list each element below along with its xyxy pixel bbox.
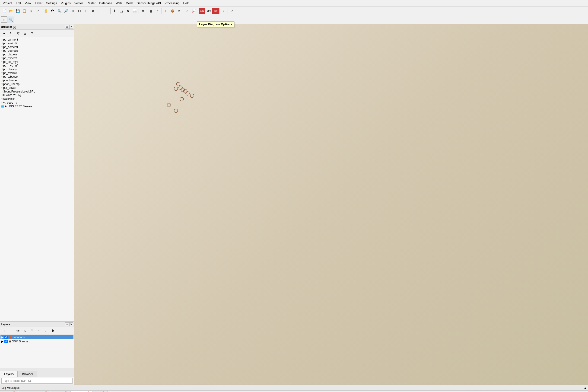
layers-move-up-btn[interactable]: ↑	[36, 328, 42, 334]
map-point[interactable]	[174, 87, 178, 91]
browser-help-btn[interactable]: ?	[29, 30, 35, 37]
browser-tree-item[interactable]: 𝒱pp_myo_inf	[0, 64, 73, 68]
layers-add-btn[interactable]: +	[1, 328, 7, 334]
browser-collapse-btn[interactable]: ▲	[22, 30, 28, 37]
layers-close-btn[interactable]: ✕	[69, 322, 73, 326]
layers-show-btn[interactable]: 👁	[15, 328, 21, 334]
menu-mesh[interactable]: Mesh	[124, 1, 135, 5]
menu-edit[interactable]: Edit	[14, 1, 23, 5]
browser-tree-item[interactable]: 𝒱pp_overwei	[0, 71, 73, 75]
map-point[interactable]	[167, 103, 171, 107]
menu-raster[interactable]: Raster	[85, 1, 97, 5]
menu-project[interactable]: Project	[1, 1, 14, 5]
map-point[interactable]	[180, 97, 184, 101]
pan-map-btn[interactable]: 🗺	[49, 8, 56, 14]
menu-layer[interactable]: Layer	[33, 1, 44, 5]
browser-filter-btn[interactable]: ▽	[15, 30, 21, 37]
zoom-out-btn[interactable]: 🔎	[63, 8, 69, 14]
menu-processing[interactable]: Processing	[163, 1, 181, 5]
browser-close-btn[interactable]: ✕	[69, 25, 73, 29]
browser-tree-item[interactable]: 𝒱pp_dementi	[0, 45, 73, 49]
field-calc-btn[interactable]: Σ	[184, 8, 190, 14]
layers-move-top-btn[interactable]: ⤒	[29, 328, 35, 334]
browser-refresh-btn[interactable]: ↻	[8, 30, 14, 37]
label3-btn[interactable]: abc	[212, 8, 219, 14]
browser-tree-item[interactable]: 𝒱SoundPressureLevel.SPL	[0, 90, 73, 94]
tab-browser[interactable]: Browser	[18, 371, 37, 377]
zoom-next-btn[interactable]: ⟶	[103, 8, 110, 14]
menu-web[interactable]: Web	[114, 1, 124, 5]
digitize-btn[interactable]: ✏	[176, 8, 182, 14]
layer-checkbox[interactable]	[4, 336, 8, 339]
browser-restore-btn[interactable]: □	[65, 25, 69, 29]
label2-btn[interactable]: abc	[206, 8, 212, 14]
layer-expand-icon[interactable]: ▶	[1, 336, 3, 339]
zoom-layer-btn[interactable]: ⊡	[76, 8, 83, 14]
zoom-last-btn[interactable]: ⟵	[96, 8, 103, 14]
stats-btn[interactable]: 📈	[191, 8, 197, 14]
browser-tree-item[interactable]: 𝒱yt_peop_ra	[0, 101, 73, 104]
map-point[interactable]	[185, 91, 190, 96]
browser-tree-item[interactable]: 𝒱pp_an_ne_t	[0, 38, 73, 42]
pan-btn[interactable]: ✋	[43, 8, 49, 14]
browser-tree-item[interactable]: 𝒱pp_tobacco	[0, 75, 73, 78]
menu-sensorthings[interactable]: SensorThings API	[135, 1, 163, 5]
browser-tree-item[interactable]: 𝒱pp_obesity	[0, 68, 73, 71]
log-collapse-btn[interactable]: ▲	[584, 386, 587, 390]
menu-vector[interactable]: Vector	[72, 1, 85, 5]
browser-add-btn[interactable]: +	[1, 30, 7, 37]
layer-search-btn[interactable]: 🔍	[8, 16, 14, 23]
map-point[interactable]	[190, 94, 194, 98]
layer-item[interactable]: ▶⊞OSM Standard	[0, 340, 73, 344]
menu-settings[interactable]: Settings	[44, 1, 59, 5]
zoom-in-btn[interactable]: 🔍	[56, 8, 62, 14]
layers-filter-btn[interactable]: ▽	[22, 328, 28, 334]
layer-item[interactable]: ▶Locations	[0, 335, 73, 340]
layer-diagram-btn[interactable]: ⊞	[1, 16, 7, 23]
select-by-location-btn[interactable]: ▦	[148, 8, 154, 14]
open-project-btn[interactable]: 📂	[8, 8, 14, 14]
tab-layers[interactable]: Layers	[0, 371, 17, 377]
zoom-native-btn[interactable]: ⊠	[90, 8, 96, 14]
open-attr-btn[interactable]: 📊	[131, 8, 138, 14]
browser-tree-item[interactable]: 𝒱pp_isc_myo	[0, 60, 73, 64]
identify-btn[interactable]: ℹ	[111, 8, 118, 14]
log-tab-general[interactable]: General✕	[51, 390, 70, 392]
log-tab-plugins[interactable]: Plugins✕	[0, 390, 18, 392]
browser-tree-item[interactable]: 𝒱pp_depress	[0, 49, 73, 52]
locate-input[interactable]	[1, 378, 72, 384]
browser-tree-item[interactable]: 🌐ArcGIS REST Servers	[0, 104, 73, 108]
log-tab-frost[interactable]: frost✕	[93, 390, 107, 392]
save-as-btn[interactable]: 📋	[21, 8, 27, 14]
browser-tree-item[interactable]: 𝒱pp_anxi_di	[0, 42, 73, 45]
layer-checkbox[interactable]	[4, 340, 8, 343]
log-tab-messages[interactable]: Messages✕	[70, 390, 92, 392]
menu-database[interactable]: Database	[97, 1, 114, 5]
browser-tree-item[interactable]: 𝒱tl_rd22_26_bg	[0, 94, 73, 97]
log-tab-sensorthings-api[interactable]: SensorThings API✕	[19, 390, 50, 392]
menu-view[interactable]: View	[23, 1, 33, 5]
layers-remove-btn[interactable]: −	[8, 328, 14, 334]
help-btn[interactable]: ?	[228, 8, 235, 14]
undo-btn[interactable]: ↩	[34, 8, 41, 14]
layers-restore-btn[interactable]: □	[65, 322, 69, 326]
browser-tree-item[interactable]: 𝒱pp_diabete	[0, 52, 73, 56]
menu-help[interactable]: Help	[181, 1, 191, 5]
menu-plugins[interactable]: Plugins	[59, 1, 72, 5]
new-project-btn[interactable]: 📄	[1, 8, 7, 14]
select-by-expr-btn[interactable]: ε	[154, 8, 161, 14]
map-canvas[interactable]	[74, 24, 588, 384]
browser-tree-item[interactable]: 𝒱walkabilit	[0, 97, 73, 101]
layer-expand-icon[interactable]: ▶	[1, 340, 3, 343]
select-feature-btn[interactable]: ⬚	[118, 8, 124, 14]
save-project-btn[interactable]: 💾	[14, 8, 21, 14]
layers-move-down-btn[interactable]: ↓	[43, 328, 49, 334]
print-btn[interactable]: 🖨	[28, 8, 34, 14]
more-btn[interactable]: »	[220, 8, 227, 14]
new-gpkg-btn[interactable]: 📦	[169, 8, 176, 14]
deselect-btn[interactable]: ✕	[125, 8, 131, 14]
refresh-btn[interactable]: ↻	[139, 8, 146, 14]
label-btn[interactable]: abc	[199, 8, 205, 14]
browser-tree-item[interactable]: 𝒱pp_hyperte	[0, 56, 73, 60]
browser-tree-item[interactable]: 𝒱ppo_low_ed	[0, 78, 73, 82]
